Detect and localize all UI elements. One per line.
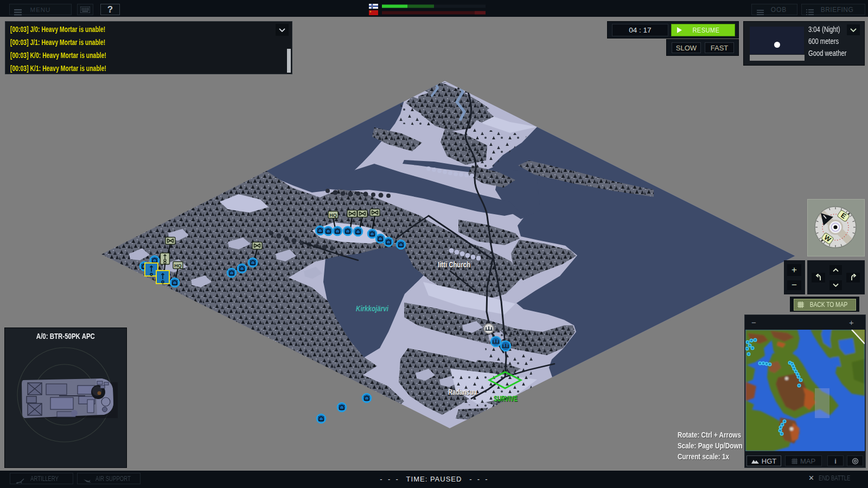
svg-text:Radansuu: Radansuu [448,388,477,396]
svg-text:Iitti Church: Iitti Church [438,260,470,269]
svg-text:Kirkkojärvi: Kirkkojärvi [356,304,389,313]
svg-text:SURVIVE: SURVIVE [494,394,518,403]
